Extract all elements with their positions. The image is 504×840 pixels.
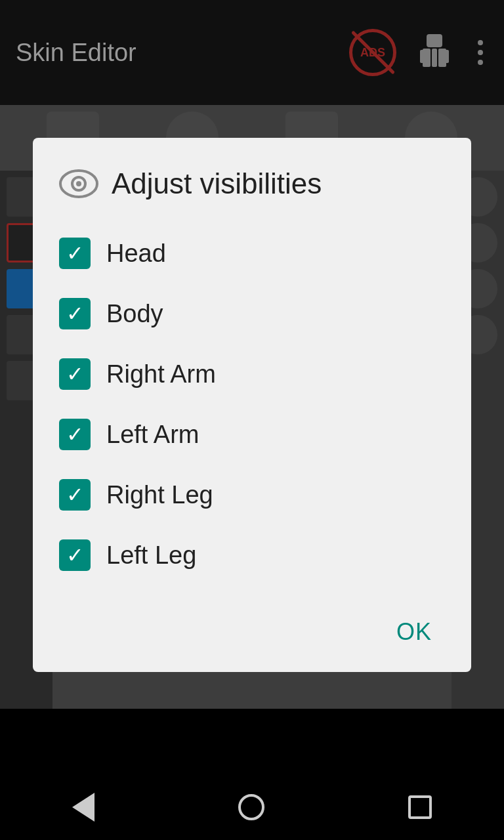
checkbox-left-arm[interactable]: ✓ bbox=[59, 419, 91, 450]
dialog-title: Adjust visibilities bbox=[112, 167, 322, 200]
back-button[interactable] bbox=[72, 793, 94, 822]
checkbox-item-left-leg[interactable]: ✓ Left Leg bbox=[59, 525, 445, 585]
dialog-footer: OK bbox=[59, 605, 445, 652]
dialog-header: Adjust visibilities bbox=[59, 164, 445, 203]
checkbox-body[interactable]: ✓ bbox=[59, 298, 91, 329]
checkbox-label-left-leg: Left Leg bbox=[106, 541, 196, 570]
checkbox-item-body[interactable]: ✓ Body bbox=[59, 284, 445, 344]
checkbox-item-right-leg[interactable]: ✓ Right Leg bbox=[59, 465, 445, 525]
checkbox-head[interactable]: ✓ bbox=[59, 238, 91, 269]
svg-point-8 bbox=[76, 181, 81, 186]
checkbox-left-leg[interactable]: ✓ bbox=[59, 539, 91, 571]
bottom-nav-bar bbox=[0, 774, 504, 840]
checkbox-label-left-arm: Left Arm bbox=[106, 421, 200, 449]
checkbox-label-head: Head bbox=[106, 240, 166, 268]
eye-icon bbox=[59, 164, 98, 203]
recent-apps-button[interactable] bbox=[408, 795, 432, 819]
checkbox-item-right-arm[interactable]: ✓ Right Arm bbox=[59, 344, 445, 404]
home-button[interactable] bbox=[238, 794, 264, 820]
checkbox-right-arm[interactable]: ✓ bbox=[59, 358, 91, 390]
checkbox-label-body: Body bbox=[106, 300, 163, 328]
checkbox-label-right-leg: Right Leg bbox=[106, 481, 213, 509]
checkbox-right-leg[interactable]: ✓ bbox=[59, 479, 91, 511]
checkbox-label-right-arm: Right Arm bbox=[106, 360, 216, 388]
checkbox-item-left-arm[interactable]: ✓ Left Arm bbox=[59, 404, 445, 465]
adjust-visibilities-dialog: Adjust visibilities ✓ Head ✓ Body ✓ Righ… bbox=[33, 138, 471, 672]
ok-button[interactable]: OK bbox=[383, 612, 445, 652]
visibility-checkbox-list: ✓ Head ✓ Body ✓ Right Arm ✓ Left Arm bbox=[59, 223, 445, 585]
checkbox-item-head[interactable]: ✓ Head bbox=[59, 223, 445, 284]
